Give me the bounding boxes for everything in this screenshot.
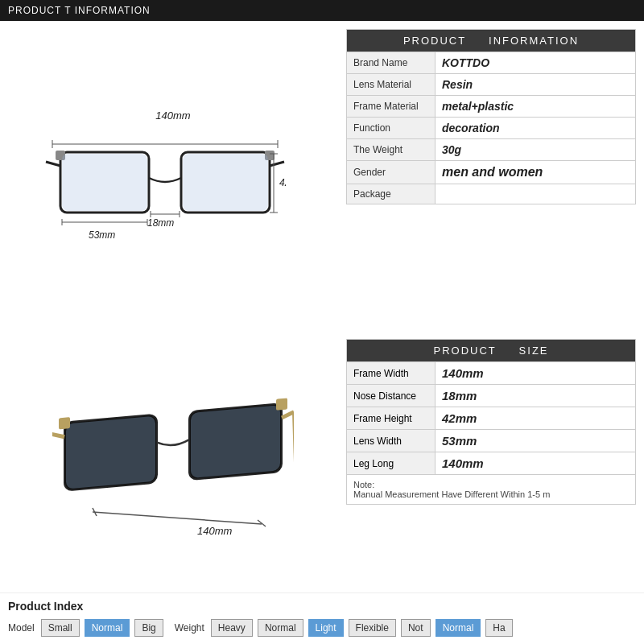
svg-rect-10 xyxy=(183,154,268,211)
row-label: Package xyxy=(347,184,436,204)
svg-text:53mm: 53mm xyxy=(89,229,115,241)
table-row: Gender men and women xyxy=(347,161,636,184)
model-tag-big[interactable]: Big xyxy=(134,619,163,637)
weight-tag-light[interactable]: Light xyxy=(308,619,344,637)
header-title: PRODUCT T INFORMATION xyxy=(8,5,151,16)
model-tag-normal[interactable]: Normal xyxy=(85,619,130,637)
weight-label: Weight xyxy=(175,622,204,634)
row-value: KOTTDO xyxy=(436,52,636,74)
product-info-panel: PRODUCT INFORMATION Brand Name KOTTDO Le… xyxy=(346,29,636,327)
row-value: 18mm xyxy=(436,385,636,407)
table-row: Nose Distance 18mm xyxy=(347,385,636,407)
page-header: PRODUCT T INFORMATION xyxy=(0,0,644,21)
product-info-header: PRODUCT INFORMATION xyxy=(347,30,636,52)
row-label: Leg Long xyxy=(347,452,436,475)
table-row: Package xyxy=(347,184,636,204)
row-label: Nose Distance xyxy=(347,385,436,407)
svg-text:42mm: 42mm xyxy=(279,177,286,188)
row-label: The Weight xyxy=(347,139,436,161)
table-row: Frame Width 140mm xyxy=(347,362,636,385)
svg-text:18mm: 18mm xyxy=(147,217,174,229)
row-value: 140mm xyxy=(436,452,636,475)
product-index-section: Product Index Model Small Normal Big Wei… xyxy=(0,592,644,640)
flex-tag-normal[interactable]: Normal xyxy=(436,619,481,637)
flex-tag-ha[interactable]: Ha xyxy=(485,619,512,637)
row-label: Frame Height xyxy=(347,407,436,430)
product-index-title: Product Index xyxy=(8,600,636,613)
svg-rect-24 xyxy=(66,416,155,489)
row-value xyxy=(436,184,636,204)
table-row: Leg Long 140mm xyxy=(347,452,636,475)
row-label: Frame Width xyxy=(347,362,436,385)
main-content: 140mm xyxy=(0,21,644,335)
svg-rect-25 xyxy=(59,417,70,429)
model-tag-small[interactable]: Small xyxy=(41,619,80,637)
row-label: Brand Name xyxy=(347,52,436,74)
row-value: Resin xyxy=(436,74,636,96)
svg-text:140mm: 140mm xyxy=(197,525,233,536)
svg-line-31 xyxy=(282,412,294,418)
product-size-header: PRODUCT SIZE xyxy=(347,340,636,362)
row-value: 42mm xyxy=(436,407,636,430)
row-value: 53mm xyxy=(436,430,636,452)
row-label: Gender xyxy=(347,161,436,184)
weight-tag-flexible[interactable]: Flexible xyxy=(349,619,396,637)
svg-rect-27 xyxy=(191,405,280,478)
row-value: men and women xyxy=(436,161,636,184)
glasses-photo-svg: 140mm xyxy=(52,383,294,536)
row-value: 30g xyxy=(436,139,636,161)
bottom-section: 140mm PRODUCT SIZE Frame Width 140mm Nos… xyxy=(0,335,644,592)
row-label: Lens Width xyxy=(347,430,436,452)
table-row: Lens Width 53mm xyxy=(347,430,636,452)
note-cell: Note:Manual Measurement Have Different W… xyxy=(347,475,636,505)
svg-line-33 xyxy=(93,512,262,524)
product-info-table: PRODUCT INFORMATION Brand Name KOTTDO Le… xyxy=(346,29,636,204)
table-row: Lens Material Resin xyxy=(347,74,636,96)
product-size-table: PRODUCT SIZE Frame Width 140mm Nose Dist… xyxy=(346,339,636,505)
table-row: Function decoration xyxy=(347,118,636,139)
svg-rect-9 xyxy=(62,154,147,211)
table-row: The Weight 30g xyxy=(347,139,636,161)
svg-line-29 xyxy=(52,432,64,439)
glasses-top-svg: 42mm 18mm 53mm xyxy=(44,122,286,250)
model-label: Model xyxy=(8,622,35,634)
table-row: Frame Material metal+plastic xyxy=(347,96,636,118)
dim-top-width: 140mm xyxy=(155,109,190,122)
row-value: metal+plastic xyxy=(436,96,636,118)
weight-tag-heavy[interactable]: Heavy xyxy=(211,619,253,637)
svg-line-5 xyxy=(46,162,60,166)
row-value: 140mm xyxy=(436,362,636,385)
row-value: decoration xyxy=(436,118,636,139)
row-label: Lens Material xyxy=(347,74,436,96)
product-size-panel: PRODUCT SIZE Frame Width 140mm Nose Dist… xyxy=(346,339,636,588)
table-row: Brand Name KOTTDO xyxy=(347,52,636,74)
svg-rect-28 xyxy=(276,398,287,410)
glasses-photo-panel: 140mm xyxy=(8,339,338,588)
row-label: Function xyxy=(347,118,436,139)
svg-line-6 xyxy=(270,162,284,166)
index-row: Model Small Normal Big Weight Heavy Norm… xyxy=(8,619,636,637)
glasses-diagram: 140mm xyxy=(44,105,302,250)
glasses-diagram-panel: 140mm xyxy=(8,29,338,327)
weight-tag-normal[interactable]: Normal xyxy=(258,619,303,637)
flex-tag-not[interactable]: Not xyxy=(401,619,431,637)
glasses-photo: 140mm xyxy=(52,383,294,544)
row-label: Frame Material xyxy=(347,96,436,118)
table-row-note: Note:Manual Measurement Have Different W… xyxy=(347,475,636,505)
table-row: Frame Height 42mm xyxy=(347,407,636,430)
